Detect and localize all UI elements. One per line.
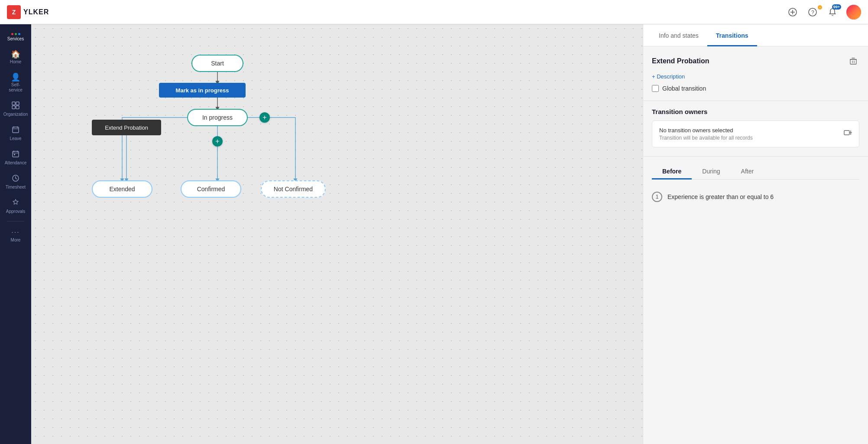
attendance-icon	[12, 150, 19, 159]
sidebar-item-self-service[interactable]: 👤 Self-service	[2, 70, 29, 96]
sidebar-item-label-leave: Leave	[10, 136, 21, 141]
svg-rect-27	[850, 59, 856, 64]
owners-box: No transition owners selected Transition…	[652, 121, 859, 147]
top-nav: Z YLKER ? ✦ 99+	[0, 0, 868, 24]
svg-line-22	[16, 178, 17, 179]
svg-text:?: ?	[811, 9, 814, 15]
flow-container: Start Mark as in progress In progress Ex…	[66, 50, 369, 267]
help-icon[interactable]: ? ✦	[806, 6, 819, 18]
approvals-icon	[12, 199, 19, 208]
svg-rect-32	[844, 131, 849, 135]
sidebar-item-leave[interactable]: Leave	[2, 122, 29, 145]
tab-before-label: Before	[662, 168, 681, 175]
global-transition-checkbox[interactable]	[652, 85, 659, 92]
add-icon[interactable]	[787, 6, 799, 18]
sidebar-item-label-timesheet: Timesheet	[6, 185, 26, 190]
node-banner[interactable]: Mark as in progress	[159, 83, 246, 98]
sidebar-item-label-approvals: Approvals	[6, 209, 25, 214]
condition-row: 1 Experience is greater than or equal to…	[652, 186, 859, 207]
sidebar-item-label-home: Home	[10, 59, 22, 65]
owners-add-btn[interactable]	[843, 129, 852, 140]
add-description-link[interactable]: + Description	[652, 73, 685, 80]
sidebar: Services 🏠 Home 👤 Self-service Organizat…	[0, 24, 31, 444]
more-dots-icon: ···	[11, 229, 19, 236]
transition-owners-title: Transition owners	[652, 108, 859, 115]
notification-icon[interactable]: 99+	[826, 6, 839, 18]
divider-2	[643, 156, 868, 157]
owners-text: No transition owners selected Transition…	[659, 127, 753, 141]
sidebar-item-label-services: Services	[7, 36, 24, 42]
tab-before[interactable]: Before	[652, 163, 692, 180]
section-header: Extend Probation	[652, 55, 859, 67]
global-transition-label[interactable]: Global transition	[662, 85, 706, 92]
svg-rect-10	[16, 106, 19, 109]
svg-rect-11	[13, 127, 19, 133]
logo-area[interactable]: Z YLKER	[7, 5, 49, 19]
node-extend-probation-label: Extend Probation	[105, 124, 148, 131]
timesheet-icon	[12, 174, 19, 183]
sidebar-item-home[interactable]: 🏠 Home	[2, 47, 29, 68]
node-confirmed[interactable]: Confirmed	[181, 180, 241, 198]
sidebar-item-label-more: More	[11, 238, 21, 243]
svg-rect-9	[12, 106, 15, 109]
tab-transitions-label: Transitions	[716, 32, 748, 39]
logo-name: YLKER	[23, 8, 49, 16]
section-title: Extend Probation	[652, 57, 709, 65]
owners-sub-text: Transition will be available for all rec…	[659, 135, 753, 141]
node-extend-probation-box[interactable]: Extend Probation	[92, 120, 161, 135]
tab-transitions[interactable]: Transitions	[707, 24, 757, 46]
main-layout: Services 🏠 Home 👤 Self-service Organizat…	[0, 24, 868, 444]
svg-text:✦: ✦	[819, 6, 821, 9]
panel-tabs: Info and states Transitions	[643, 24, 868, 46]
svg-rect-8	[16, 102, 19, 105]
logo-box: Z	[7, 5, 21, 19]
sidebar-item-approvals[interactable]: Approvals	[2, 195, 29, 218]
user-avatar[interactable]	[846, 5, 861, 20]
owners-main-text: No transition owners selected	[659, 127, 753, 134]
section-delete-btn[interactable]	[847, 55, 859, 67]
canvas-area[interactable]: Start Mark as in progress In progress Ex…	[31, 24, 643, 444]
sidebar-item-timesheet[interactable]: Timesheet	[2, 171, 29, 193]
node-extended-label: Extended	[109, 186, 135, 193]
sidebar-item-label-self-service: Self-service	[4, 82, 27, 93]
sidebar-divider	[7, 221, 24, 222]
node-inprogress-label: In progress	[202, 114, 233, 121]
tab-after[interactable]: After	[731, 163, 764, 180]
divider-1	[643, 101, 868, 101]
condition-number: 1	[652, 192, 662, 202]
sidebar-item-services[interactable]: Services	[2, 29, 29, 45]
top-nav-icons: ? ✦ 99+	[787, 5, 861, 20]
svg-rect-19	[14, 154, 15, 155]
sidebar-item-label-organization: Organization	[3, 112, 28, 117]
add-transition-right[interactable]: +	[259, 112, 270, 123]
self-service-icon: 👤	[11, 73, 20, 81]
svg-rect-15	[13, 151, 19, 157]
node-inprogress[interactable]: In progress	[187, 109, 248, 126]
before-after-tabs: Before During After	[652, 163, 859, 180]
home-icon: 🏠	[11, 50, 20, 58]
condition-text: Experience is greater than or equal to 6	[667, 193, 774, 200]
organization-icon	[12, 101, 19, 111]
node-not-confirmed[interactable]: Not Confirmed	[261, 180, 326, 198]
sidebar-item-more[interactable]: ··· More	[2, 225, 29, 246]
services-dots-icon	[11, 33, 20, 35]
sidebar-item-organization[interactable]: Organization	[2, 98, 29, 121]
tab-after-label: After	[741, 168, 754, 175]
tab-info-states-label: Info and states	[659, 32, 699, 39]
node-banner-label: Mark as in progress	[176, 87, 229, 94]
sidebar-item-attendance[interactable]: Attendance	[2, 147, 29, 169]
node-confirmed-label: Confirmed	[197, 186, 225, 193]
leave-icon	[12, 126, 19, 135]
node-extended[interactable]: Extended	[92, 180, 152, 198]
node-start-label: Start	[211, 60, 224, 67]
node-not-confirmed-label: Not Confirmed	[274, 186, 313, 193]
add-transition-below[interactable]: +	[212, 136, 223, 147]
node-start[interactable]: Start	[191, 55, 243, 72]
tab-info-states[interactable]: Info and states	[650, 24, 707, 46]
global-transition-row: Global transition	[652, 85, 859, 92]
tab-during[interactable]: During	[692, 163, 730, 180]
svg-rect-7	[12, 102, 15, 105]
panel-content: Extend Probation + Description Global tr…	[643, 46, 868, 444]
tab-during-label: During	[702, 168, 720, 175]
logo-letter: Z	[12, 9, 16, 16]
